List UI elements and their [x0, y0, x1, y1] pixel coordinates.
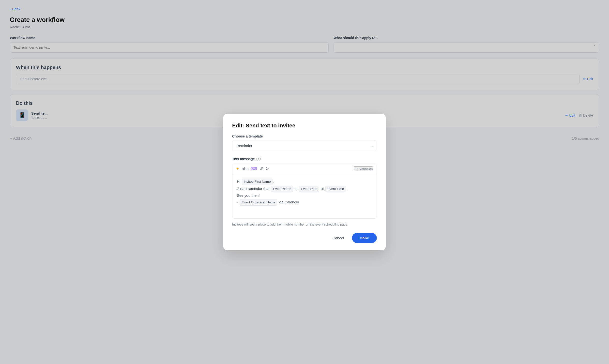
line4-prefix: -: [237, 200, 239, 204]
message-label: Text message: [232, 157, 255, 161]
text-editor-box: ✦ abc ⌨ ↺ ↻ + + Variables Hi Invitee Fir…: [232, 164, 377, 219]
line4-suffix: via Calendly: [279, 200, 299, 204]
var-chip-organizer-name: Event Organizer Name: [240, 199, 277, 206]
line1-suffix: ,: [273, 179, 274, 183]
line2-prefix: Just a reminder that: [237, 186, 270, 191]
invitee-note: Invitees will see a place to add their m…: [232, 222, 377, 227]
template-label: Choose a template: [232, 134, 377, 138]
cancel-label: Cancel: [333, 236, 344, 240]
undo-icon[interactable]: ↺: [259, 166, 263, 171]
message-line-1: Hi Invitee First Name,: [237, 178, 372, 185]
modal-overlay[interactable]: Edit: Send text to invitee Choose a temp…: [0, 0, 609, 364]
line2-at: at: [321, 186, 324, 191]
var-chip-event-time: Event Time: [325, 186, 346, 192]
variables-label: + Variables: [357, 167, 373, 171]
cancel-button[interactable]: Cancel: [328, 233, 349, 243]
editor-toolbar: ✦ abc ⌨ ↺ ↻ + + Variables: [232, 164, 377, 174]
message-line-4: - Event Organizer Name via Calendly: [237, 199, 372, 206]
template-select[interactable]: Reminder: [232, 140, 377, 151]
redo-icon[interactable]: ↻: [265, 166, 269, 171]
message-label-row: Text message i: [232, 157, 377, 161]
var-chip-event-date: Event Date: [299, 186, 319, 192]
message-line-3: See you then!: [237, 192, 372, 199]
modal-title: Edit: Send text to invitee: [232, 122, 377, 129]
plus-icon: +: [354, 167, 356, 171]
text-format-icon[interactable]: abc: [242, 167, 248, 171]
var-chip-invitee-first-name: Invitee First Name: [242, 179, 273, 185]
editor-body[interactable]: Hi Invitee First Name, Just a reminder t…: [232, 174, 377, 218]
done-label: Done: [360, 236, 369, 240]
message-line-2: Just a reminder that Event Name is Event…: [237, 185, 372, 192]
variables-button[interactable]: + + Variables: [354, 167, 373, 171]
line1-prefix: Hi: [237, 179, 240, 183]
line2-dot: .: [346, 186, 347, 191]
modal-footer: Cancel Done: [232, 233, 377, 243]
template-select-wrapper: Reminder ⌄: [232, 140, 377, 151]
edit-modal: Edit: Send text to invitee Choose a temp…: [223, 114, 386, 250]
line2-mid: is: [295, 186, 297, 191]
line3-text: See you then!: [237, 193, 260, 197]
info-icon: i: [256, 157, 261, 161]
var-chip-event-name: Event Name: [271, 186, 293, 192]
translate-icon[interactable]: ⌨: [251, 166, 257, 171]
done-button[interactable]: Done: [352, 233, 377, 243]
star-wand-icon[interactable]: ✦: [236, 166, 239, 171]
